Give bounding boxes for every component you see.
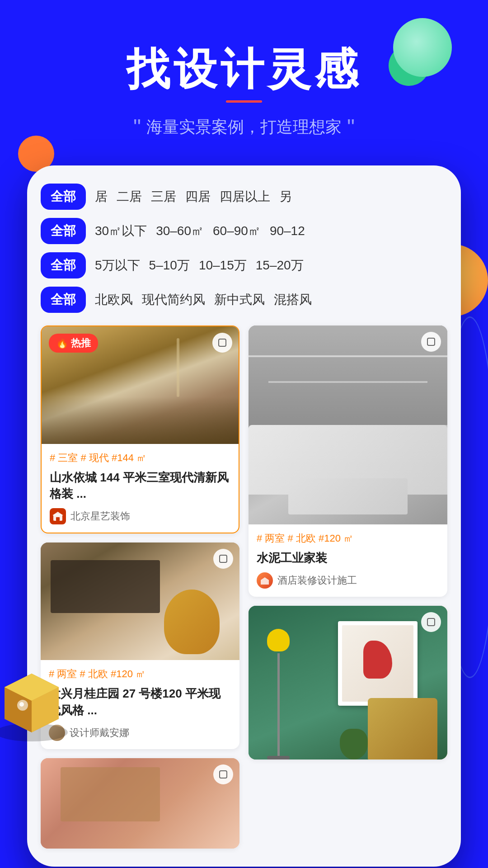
svg-point-10 (19, 702, 24, 707)
svg-rect-5 (220, 771, 227, 778)
picture-frame (338, 621, 418, 706)
product-author-2: 酒店装修设计施工 (257, 572, 439, 589)
filter-item-1room[interactable]: 居 (95, 188, 108, 205)
filter-item-5w-below[interactable]: 5万以下 (95, 257, 140, 274)
filter-item-60-90[interactable]: 60–90㎡ (213, 222, 261, 240)
floor-lamp (268, 629, 288, 760)
product-image-4 (249, 606, 447, 760)
svg-rect-7 (427, 618, 435, 626)
phone-card: 全部 居 二居 三居 四居 四居以上 另 全部 30㎡以下 30–60㎡ 60–… (27, 165, 461, 867)
save-button-2[interactable] (421, 332, 441, 352)
subtitle: " 海量实景案例，打造理想家 " (0, 116, 488, 138)
product-card-4[interactable] (249, 606, 447, 760)
filter-item-10-15w[interactable]: 10–15万 (199, 257, 247, 274)
filter-badge-style[interactable]: 全部 (41, 287, 86, 313)
product-title-1: 山水依城 144 平米三室现代清新风格装 ... (50, 469, 230, 502)
company-icon-1 (50, 508, 66, 524)
filter-item-more[interactable]: 另 (279, 188, 292, 205)
product-image-5 (41, 758, 239, 849)
product-grid: 🔥 热推 # 三室 # 现代 #144 ㎡ 山水依城 144 平米三室现代清新风… (41, 326, 447, 849)
svg-rect-0 (219, 339, 226, 346)
title-underline (226, 100, 262, 103)
main-title: 找设计灵感 (0, 45, 488, 93)
filter-item-4room[interactable]: 四居 (185, 188, 211, 205)
svg-rect-4 (220, 555, 227, 562)
author-avatar-2 (257, 572, 273, 589)
left-column: 🔥 热推 # 三室 # 现代 #144 ㎡ 山水依城 144 平米三室现代清新风… (41, 326, 239, 849)
filter-item-chinese[interactable]: 新中式风 (214, 291, 265, 308)
filter-item-mix[interactable]: 混搭风 (274, 291, 312, 308)
product-author-1: 北京星艺装饰 (50, 508, 230, 524)
svg-marker-2 (52, 512, 63, 515)
filter-row-1: 全部 居 二居 三居 四居 四居以上 另 (41, 184, 447, 210)
product-title-2: 水泥工业家装 (257, 550, 439, 566)
filter-item-30-60[interactable]: 30–60㎡ (156, 222, 204, 240)
quote-close: " (347, 116, 355, 138)
author-name-3: 设计师戴安娜 (70, 726, 129, 740)
filter-item-modern[interactable]: 现代简约风 (142, 291, 205, 308)
filter-item-3room[interactable]: 三居 (151, 188, 176, 205)
filter-row-3: 全部 5万以下 5–10万 10–15万 15–20万 (41, 252, 447, 278)
filter-badge-area[interactable]: 全部 (41, 218, 86, 244)
product-tags-1: # 三室 # 现代 #144 ㎡ (50, 451, 230, 465)
product-info-1: # 三室 # 现代 #144 ㎡ 山水依城 144 平米三室现代清新风格装 ..… (42, 444, 239, 533)
product-image-3 (41, 542, 239, 660)
product-card-1[interactable]: 🔥 热推 # 三室 # 现代 #144 ㎡ 山水依城 144 平米三室现代清新风… (41, 326, 239, 534)
gold-3d-shape (0, 660, 77, 741)
svg-rect-6 (427, 338, 435, 345)
filter-item-nordic[interactable]: 北欧风 (95, 291, 133, 308)
filter-item-30below[interactable]: 30㎡以下 (95, 222, 147, 240)
save-button-4[interactable] (421, 612, 441, 632)
plant (340, 729, 368, 760)
product-image-1: 🔥 热推 (42, 326, 239, 444)
filter-row-4: 全部 北欧风 现代简约风 新中式风 混搭风 (41, 287, 447, 313)
quote-open: " (133, 116, 141, 138)
filter-item-15-20w[interactable]: 15–20万 (256, 257, 304, 274)
filter-row-2: 全部 30㎡以下 30–60㎡ 60–90㎡ 90–12 (41, 218, 447, 244)
subtitle-text: 海量实景案例，打造理想家 (146, 116, 342, 138)
product-card-2[interactable]: # 两室 # 北欧 #120 ㎡ 水泥工业家装 酒店装修设计施工 (249, 326, 447, 597)
header-section: 找设计灵感 " 海量实景案例，打造理想家 " (0, 0, 488, 165)
svg-rect-3 (56, 517, 60, 521)
chair (368, 698, 437, 760)
product-tags-2: # 两室 # 北欧 #120 ㎡ (257, 532, 439, 545)
save-button-1[interactable] (212, 333, 232, 353)
fire-icon: 🔥 (56, 337, 68, 349)
author-name-1: 北京星艺装饰 (70, 509, 130, 523)
hot-badge: 🔥 热推 (49, 334, 98, 353)
product-info-2: # 两室 # 北欧 #120 ㎡ 水泥工业家装 酒店装修设计施工 (249, 524, 447, 597)
save-button-5[interactable] (213, 764, 233, 784)
filter-item-4plus[interactable]: 四居以上 (220, 188, 270, 205)
filter-badge-budget[interactable]: 全部 (41, 252, 86, 278)
author-name-2: 酒店装修设计施工 (277, 574, 357, 587)
filter-item-2room[interactable]: 二居 (117, 188, 142, 205)
product-card-5[interactable] (41, 758, 239, 849)
product-image-2 (249, 326, 447, 524)
filter-item-5-10w[interactable]: 5–10万 (149, 257, 190, 274)
filter-item-90-120[interactable]: 90–12 (270, 224, 305, 238)
right-column: # 两室 # 北欧 #120 ㎡ 水泥工业家装 酒店装修设计施工 (249, 326, 447, 849)
filter-badge-rooms[interactable]: 全部 (41, 184, 86, 210)
hot-label: 热推 (71, 336, 91, 350)
